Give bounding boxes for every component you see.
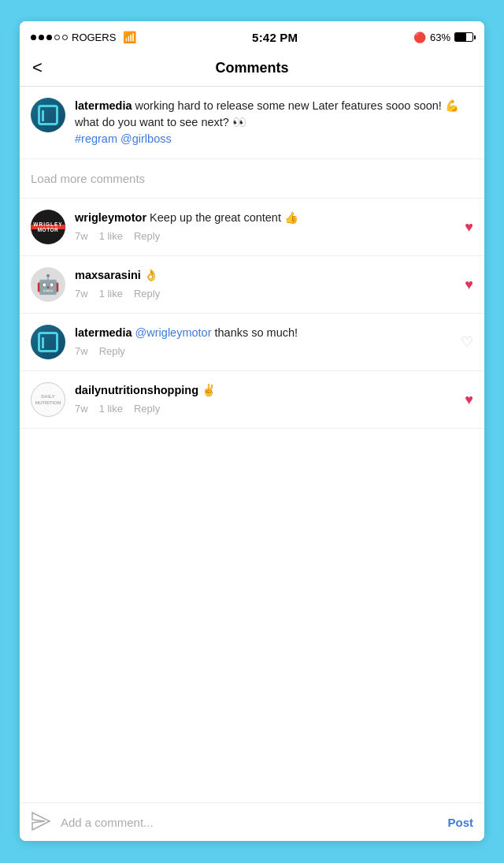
comment-time-4: 7w [75, 403, 88, 415]
wrigley-text-bot: MOTOR [38, 227, 59, 232]
comment-likes-2: 1 like [99, 288, 123, 299]
top-comment: latermedia working hard to release some … [20, 87, 484, 159]
comment-username-1: wrigleymotor [75, 211, 146, 224]
signal-dots [31, 35, 68, 40]
status-bar: ROGERS 📶 5:42 PM 🔴 63% [20, 21, 484, 51]
signal-dot-2 [39, 35, 44, 40]
comment-text-3: latermedia @wrigleymotor thanks so much! [75, 325, 473, 341]
signal-dot-5 [62, 35, 68, 40]
comment-input[interactable]: Add a comment... [61, 816, 439, 829]
daily-text: DAILYNUTRITION [35, 393, 61, 407]
avatar-wrigleymotor: WRIGLEY MOTOR [31, 210, 65, 244]
comment-content-4: dailynutritionshopping ✌️ 7w 1 like Repl… [75, 382, 473, 415]
comment-row: 🤖 maxsarasini 👌 7w 1 like Reply ♥ [20, 256, 484, 314]
screen: ROGERS 📶 5:42 PM 🔴 63% < Comments [20, 21, 484, 841]
comment-mention-3: @wrigleymotor [135, 326, 212, 339]
comment-meta-1: 7w 1 like Reply [75, 230, 473, 242]
comments-scroll[interactable]: latermedia working hard to release some … [20, 87, 484, 802]
wrigley-text-top: WRIGLEY [33, 221, 62, 227]
svg-marker-0 [32, 813, 50, 830]
comment-row: latermedia @wrigleymotor thanks so much!… [20, 314, 484, 371]
top-comment-content: working hard to release some new Later f… [75, 99, 459, 128]
send-icon [31, 811, 53, 833]
carrier-label: ROGERS [72, 32, 116, 43]
status-right: 🔴 63% [413, 32, 473, 43]
top-comment-body: latermedia working hard to release some … [75, 98, 473, 147]
reply-button-1[interactable]: Reply [134, 230, 160, 242]
signal-dot-4 [54, 35, 60, 40]
top-comment-mention: @girlboss [120, 132, 172, 145]
phone-frame: ROGERS 📶 5:42 PM 🔴 63% < Comments [0, 0, 504, 863]
reply-button-4[interactable]: Reply [134, 403, 160, 415]
comment-likes-4: 1 like [99, 403, 123, 415]
comment-content-3: latermedia @wrigleymotor thanks so much!… [75, 325, 473, 357]
signal-dot-3 [46, 35, 52, 40]
avatar-latermedia-reply [31, 325, 65, 359]
heart-button-3[interactable]: ♡ [461, 333, 473, 351]
avatar-latermedia-top [31, 98, 65, 132]
bluetooth-icon: 🔴 [413, 32, 426, 43]
nav-bar: < Comments [20, 51, 484, 87]
comment-row: DAILYNUTRITION dailynutritionshopping ✌️… [20, 371, 484, 429]
heart-button-4[interactable]: ♥ [465, 392, 473, 408]
comment-username-4: dailynutritionshopping [75, 384, 198, 396]
time-display: 5:42 PM [252, 31, 298, 44]
comment-time-3: 7w [75, 345, 88, 357]
comment-text-4: dailynutritionshopping ✌️ [75, 382, 473, 399]
top-comment-text: latermedia working hard to release some … [75, 98, 473, 147]
post-button[interactable]: Post [447, 816, 473, 829]
wifi-icon: 📶 [123, 31, 136, 43]
heart-button-2[interactable]: ♥ [465, 277, 473, 293]
avatar-maxsarasini: 🤖 [31, 267, 65, 302]
comment-time-1: 7w [75, 230, 88, 242]
avatar-dailynutrition: DAILYNUTRITION [31, 382, 65, 417]
later-logo-2 [38, 332, 58, 352]
comment-text-2: maxsarasini 👌 [75, 267, 473, 284]
later-l-shape-2 [42, 337, 44, 348]
comment-text-1: wrigleymotor Keep up the great content 👍 [75, 210, 473, 226]
comment-content-2: maxsarasini 👌 7w 1 like Reply [75, 267, 473, 299]
back-button[interactable]: < [32, 58, 49, 78]
battery-icon [454, 32, 473, 42]
load-more-comments[interactable]: Load more comments [20, 159, 484, 199]
page-title: Comments [215, 60, 288, 76]
comment-username-2: maxsarasini [75, 269, 141, 281]
battery-pct: 63% [430, 32, 450, 43]
reply-button-3[interactable]: Reply [99, 345, 125, 357]
reply-button-2[interactable]: Reply [134, 288, 160, 299]
comment-username-3: latermedia [75, 326, 132, 339]
top-comment-hashtag: #regram [75, 132, 117, 145]
signal-dot-1 [31, 35, 36, 40]
comment-row: WRIGLEY MOTOR wrigleymotor Keep up the g… [20, 199, 484, 256]
later-l-shape [42, 110, 44, 121]
status-left: ROGERS 📶 [31, 31, 136, 43]
battery-fill [455, 33, 466, 41]
comment-time-2: 7w [75, 288, 88, 299]
later-logo [38, 105, 58, 125]
avatar-icon: 🤖 [36, 273, 60, 296]
comment-meta-2: 7w 1 like Reply [75, 288, 473, 299]
comment-input-bar: Add a comment... Post [20, 802, 484, 841]
comment-likes-1: 1 like [99, 230, 123, 242]
comment-content-1: wrigleymotor Keep up the great content 👍… [75, 210, 473, 242]
heart-button-1[interactable]: ♥ [465, 219, 473, 236]
comment-meta-3: 7w Reply [75, 345, 473, 357]
top-comment-username: latermedia [75, 99, 132, 112]
comment-meta-4: 7w 1 like Reply [75, 403, 473, 415]
